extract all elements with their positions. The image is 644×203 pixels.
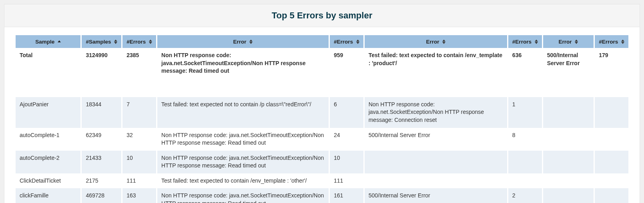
sort-icon — [149, 40, 152, 44]
cell-count-1: 959 — [330, 48, 363, 97]
cell-count-3: 179 — [595, 48, 628, 97]
col-header-error-1[interactable]: Error — [157, 35, 329, 48]
sort-icon — [442, 40, 445, 44]
panel-title: Top 5 Errors by sampler — [10, 10, 634, 21]
cell-error-1: Test failed: text expected not to contai… — [157, 97, 329, 128]
cell-count-2 — [508, 151, 542, 173]
table-header-row: Sample #Samples #Errors Error — [16, 35, 628, 48]
col-header-error-3[interactable]: Error — [543, 35, 594, 48]
cell-error-3 — [543, 173, 594, 189]
cell-sample: AjoutPanier — [16, 97, 80, 128]
cell-error-3: 500/Internal Server Error — [543, 48, 594, 97]
cell-error-1: Test failed: text expected to contain /e… — [157, 173, 329, 189]
table-row-total: Total 3124990 2385 Non HTTP response cod… — [16, 48, 628, 97]
cell-samples: 21433 — [82, 151, 121, 173]
table-body: Total 3124990 2385 Non HTTP response cod… — [16, 48, 628, 203]
table-row: autoComplete-1 62349 32 Non HTTP respons… — [16, 128, 628, 151]
cell-error-3 — [543, 97, 594, 128]
cell-errors: 163 — [122, 188, 156, 203]
cell-errors: 2385 — [122, 48, 156, 97]
table-row: autoComplete-2 21433 10 Non HTTP respons… — [16, 151, 628, 173]
col-header-samples[interactable]: #Samples — [82, 35, 121, 48]
col-header-errors-3[interactable]: #Errors — [595, 35, 628, 48]
cell-sample: ClickDetailTicket — [16, 173, 80, 189]
cell-samples: 3124990 — [82, 48, 121, 97]
cell-error-1: Non HTTP response code: java.net.SocketT… — [157, 48, 329, 97]
cell-count-1: 10 — [330, 151, 363, 173]
cell-count-3 — [595, 128, 628, 151]
cell-count-2: 636 — [508, 48, 542, 97]
sort-icon — [249, 40, 253, 44]
cell-count-1: 6 — [330, 97, 363, 128]
col-header-sample[interactable]: Sample — [16, 35, 80, 48]
cell-error-3 — [543, 128, 594, 151]
cell-errors: 10 — [122, 151, 156, 173]
table-row: ClickDetailTicket 2175 111 Test failed: … — [16, 173, 628, 189]
cell-count-3 — [595, 97, 628, 128]
cell-error-3 — [543, 151, 594, 173]
cell-count-2: 8 — [508, 128, 542, 151]
errors-table: Sample #Samples #Errors Error — [14, 35, 630, 203]
cell-count-1: 24 — [330, 128, 363, 151]
cell-samples: 18344 — [82, 97, 121, 128]
cell-error-2: 500/Internal Server Error — [365, 188, 507, 203]
cell-error-3 — [543, 188, 594, 203]
sort-icon — [114, 40, 117, 44]
sort-icon — [621, 40, 624, 44]
col-header-errors-1[interactable]: #Errors — [330, 35, 363, 48]
cell-count-3 — [595, 151, 628, 173]
cell-count-3 — [595, 173, 628, 189]
cell-sample: autoComplete-1 — [16, 128, 80, 151]
sort-icon — [58, 40, 61, 43]
errors-panel: Top 5 Errors by sampler Sample #Samples … — [4, 4, 640, 203]
cell-samples: 2175 — [82, 173, 121, 189]
panel-header: Top 5 Errors by sampler — [4, 4, 640, 27]
cell-errors: 32 — [122, 128, 156, 151]
cell-count-2 — [508, 173, 542, 189]
cell-sample: clickFamille — [16, 188, 80, 203]
col-header-errors[interactable]: #Errors — [122, 35, 156, 48]
cell-error-2: 500/Internal Server Error — [365, 128, 507, 151]
cell-samples: 469728 — [82, 188, 121, 203]
sort-icon — [535, 40, 538, 44]
table-row: AjoutPanier 18344 7 Test failed: text ex… — [16, 97, 628, 128]
cell-errors: 7 — [122, 97, 156, 128]
cell-sample: autoComplete-2 — [16, 151, 80, 173]
col-header-error-2[interactable]: Error — [365, 35, 507, 48]
cell-count-1: 161 — [330, 188, 363, 203]
cell-errors: 111 — [122, 173, 156, 189]
cell-error-1: Non HTTP response code: java.net.SocketT… — [157, 188, 329, 203]
cell-count-2: 1 — [508, 97, 542, 128]
panel-body: Sample #Samples #Errors Error — [4, 27, 640, 203]
cell-samples: 62349 — [82, 128, 121, 151]
cell-error-1: Non HTTP response code: java.net.SocketT… — [157, 151, 329, 173]
cell-error-1: Non HTTP response code: java.net.SocketT… — [157, 128, 329, 151]
cell-count-2: 2 — [508, 188, 542, 203]
table-row: clickFamille 469728 163 Non HTTP respons… — [16, 188, 628, 203]
sort-icon — [575, 40, 578, 44]
cell-count-1: 111 — [330, 173, 363, 189]
cell-error-2 — [365, 151, 507, 173]
sort-icon — [356, 40, 359, 44]
cell-error-2: Non HTTP response code: java.net.SocketE… — [365, 97, 507, 128]
cell-error-2: Test failed: text expected to contain /e… — [365, 48, 507, 97]
cell-count-3 — [595, 188, 628, 203]
cell-sample: Total — [16, 48, 80, 97]
cell-error-2 — [365, 173, 507, 189]
col-header-errors-2[interactable]: #Errors — [508, 35, 542, 48]
